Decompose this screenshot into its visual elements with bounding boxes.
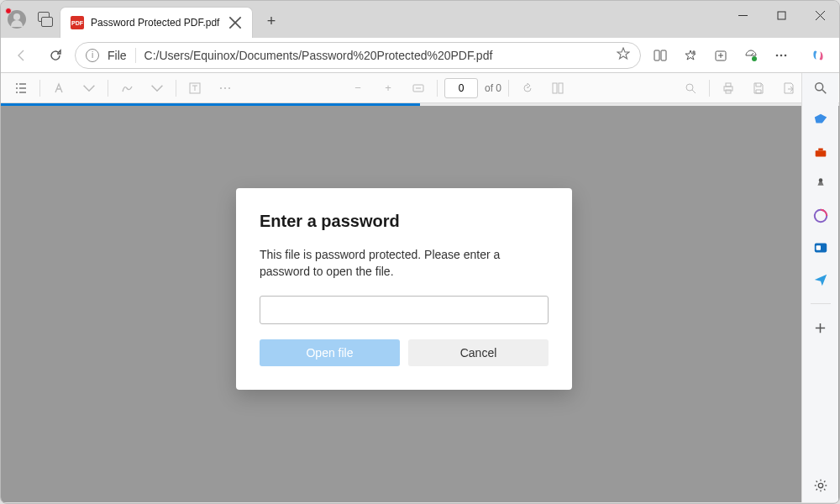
svg-rect-2 bbox=[661, 50, 666, 60]
svg-rect-17 bbox=[726, 83, 731, 87]
separator bbox=[176, 80, 176, 97]
copilot-icon[interactable] bbox=[804, 41, 832, 70]
chevron-down-icon[interactable] bbox=[145, 76, 169, 100]
draw-icon[interactable] bbox=[115, 76, 139, 100]
svg-rect-1 bbox=[654, 50, 659, 60]
add-sidebar-icon[interactable] bbox=[812, 319, 829, 336]
workspaces-icon[interactable] bbox=[38, 12, 53, 27]
svg-rect-14 bbox=[559, 83, 563, 93]
shopping-tag-icon[interactable] bbox=[812, 112, 829, 129]
separator bbox=[108, 80, 108, 97]
m365-icon[interactable] bbox=[812, 207, 829, 224]
page-view-icon[interactable] bbox=[546, 76, 570, 100]
svg-point-5 bbox=[776, 54, 779, 56]
tab-close-icon[interactable] bbox=[228, 16, 242, 29]
page-number-input[interactable] bbox=[444, 78, 478, 98]
svg-rect-13 bbox=[553, 83, 557, 93]
save-as-icon[interactable] bbox=[777, 76, 801, 100]
profile-icon[interactable] bbox=[8, 10, 26, 29]
svg-point-28 bbox=[818, 483, 822, 487]
password-input[interactable] bbox=[260, 296, 549, 324]
fit-page-icon[interactable] bbox=[407, 76, 430, 100]
print-icon[interactable] bbox=[717, 76, 740, 100]
site-info-icon[interactable]: i bbox=[86, 49, 99, 62]
separator bbox=[508, 80, 509, 97]
window-maximize-button[interactable] bbox=[762, 1, 801, 29]
svg-point-25 bbox=[818, 178, 822, 182]
svg-point-11 bbox=[228, 87, 230, 88]
split-screen-icon[interactable] bbox=[646, 41, 675, 70]
svg-rect-0 bbox=[778, 12, 785, 19]
dialog-body: This file is password protected. Please … bbox=[260, 246, 549, 281]
pdf-file-icon: PDF bbox=[71, 16, 84, 29]
send-icon[interactable] bbox=[812, 271, 829, 288]
cancel-button[interactable]: Cancel bbox=[408, 339, 549, 366]
svg-point-15 bbox=[686, 84, 693, 91]
find-icon[interactable] bbox=[679, 76, 702, 100]
svg-point-6 bbox=[780, 54, 783, 56]
settings-gear-icon[interactable] bbox=[812, 477, 829, 494]
titlebar: PDF Password Protected PDF.pdf + bbox=[1, 1, 839, 38]
save-icon[interactable] bbox=[747, 76, 770, 100]
svg-point-4 bbox=[752, 56, 757, 61]
svg-rect-27 bbox=[816, 245, 820, 249]
more-menu-icon[interactable] bbox=[767, 41, 795, 70]
separator bbox=[437, 80, 438, 97]
svg-point-10 bbox=[224, 87, 226, 88]
favorite-icon[interactable] bbox=[617, 47, 630, 63]
password-dialog: Enter a password This file is password p… bbox=[236, 188, 572, 390]
tab-title: Password Protected PDF.pdf bbox=[91, 17, 222, 29]
separator bbox=[811, 303, 831, 304]
rotate-icon[interactable] bbox=[516, 76, 539, 100]
text-icon[interactable] bbox=[183, 76, 207, 100]
nav-refresh-button[interactable] bbox=[41, 41, 70, 70]
collections-icon[interactable] bbox=[706, 41, 735, 70]
address-input[interactable]: i File C:/Users/Equinox/Documents/Passwo… bbox=[75, 42, 641, 69]
tools-icon[interactable] bbox=[812, 144, 829, 160]
open-file-button[interactable]: Open file bbox=[260, 339, 400, 366]
svg-rect-24 bbox=[818, 149, 822, 151]
search-icon[interactable] bbox=[812, 80, 829, 97]
separator bbox=[39, 80, 40, 97]
svg-rect-23 bbox=[815, 150, 826, 156]
outlook-icon[interactable] bbox=[812, 239, 829, 256]
address-bar: i File C:/Users/Equinox/Documents/Passwo… bbox=[1, 38, 839, 73]
games-icon[interactable] bbox=[812, 176, 829, 192]
svg-point-22 bbox=[815, 83, 822, 91]
separator bbox=[709, 80, 710, 97]
url-scheme-label: File bbox=[108, 49, 127, 62]
svg-point-7 bbox=[785, 54, 787, 56]
page-total-label: of 0 bbox=[485, 82, 501, 94]
window-close-button[interactable] bbox=[801, 1, 839, 29]
highlight-icon[interactable] bbox=[47, 76, 71, 100]
pdf-viewer: Enter a password This file is password p… bbox=[1, 106, 839, 502]
performance-icon[interactable] bbox=[737, 41, 765, 70]
more-tools-icon[interactable] bbox=[213, 76, 237, 100]
url-path: C:/Users/Equinox/Documents/Password%20Pr… bbox=[144, 49, 608, 62]
browser-tab[interactable]: PDF Password Protected PDF.pdf bbox=[60, 7, 253, 38]
contents-icon[interactable] bbox=[9, 76, 33, 100]
nav-back-button[interactable] bbox=[8, 41, 36, 70]
chevron-down-icon[interactable] bbox=[77, 76, 101, 100]
new-tab-button[interactable]: + bbox=[258, 8, 285, 34]
dialog-title: Enter a password bbox=[260, 212, 549, 231]
zoom-in-icon[interactable]: + bbox=[376, 76, 400, 100]
pdf-toolbar: − + of 0 bbox=[1, 73, 839, 103]
favorites-icon[interactable] bbox=[676, 41, 705, 70]
svg-point-9 bbox=[220, 87, 222, 88]
zoom-out-icon[interactable]: − bbox=[346, 76, 370, 100]
edge-sidebar bbox=[801, 73, 838, 502]
separator bbox=[135, 48, 136, 63]
window-minimize-button[interactable] bbox=[723, 1, 762, 29]
